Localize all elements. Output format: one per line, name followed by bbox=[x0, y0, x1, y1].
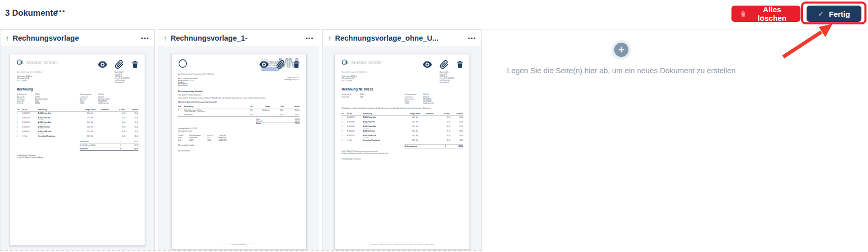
company-logo-text: Muster GmbH bbox=[26, 59, 58, 65]
page-thumbnail[interactable]: MM Rechnung Mustermann Malerei GmbH,Haup… bbox=[171, 54, 307, 249]
invoice-line: 2B-9035-092B-9035, Farbe RotKunststoff1,… bbox=[17, 116, 138, 120]
invoice-line: 6V-1 Stg.Versand und Verpackung1,00Stk.1… bbox=[17, 134, 138, 137]
invoice-line: 4B-9050-071A-9050, EdelstahlKunststoff1,… bbox=[17, 125, 138, 130]
payment-info: Leistungsdatum: 05.11.2012 Zahlungsziel:… bbox=[178, 128, 299, 132]
invoice-preview-content: Rechnung Mustermann Malerei GmbH,Hauptst… bbox=[172, 54, 306, 249]
preview-eye-icon[interactable] bbox=[97, 59, 108, 70]
documents-menu-icon[interactable]: ••• bbox=[56, 7, 66, 15]
invoice-line: 2Kleinmaterial19%10,00 €10,00 € bbox=[178, 113, 299, 116]
upload-arrow-icon: ↑ bbox=[163, 34, 167, 42]
invoice-line: 1B-9035-079B-9035, Farbe GrünKunststoff1… bbox=[342, 115, 463, 120]
sender-contact: Muster GmbHLange Str. 210245 BerlinFon: … bbox=[440, 71, 463, 83]
abs-line: Abs: Mustermann GmbH • Hauptstrasse 123 … bbox=[178, 73, 214, 75]
attachment-paperclip-icon[interactable] bbox=[115, 60, 124, 69]
invoice-heading: Rechnung Nr. 00123 bbox=[342, 87, 463, 91]
meta-field: E-Mail:mail@muster.de bbox=[405, 102, 463, 104]
card-body: MM Rechnung Mustermann Malerei GmbH,Haup… bbox=[158, 46, 319, 250]
page-title: 3 Dokumente bbox=[5, 8, 58, 18]
muster-logo-icon bbox=[17, 59, 24, 66]
page-actions bbox=[258, 59, 301, 70]
preview-eye-icon[interactable] bbox=[258, 59, 270, 70]
document-card-rechnungsvorlage-ohne-ust: ↑ Rechnungsvorlage_ohne_U... ••• Muster … bbox=[322, 29, 482, 250]
company-logo-text: Muster GmbH bbox=[351, 59, 383, 65]
documents-row: ↑ Rechnungsvorlage ••• Muster GmbH bbox=[0, 29, 482, 251]
invoice-preview-content: Muster GmbH Muster GmbH Lange Str. 2 | 1… bbox=[335, 54, 470, 249]
trash-icon bbox=[740, 10, 747, 18]
sender-contact: Muster GmbHLange Str. 210245 BerlinFon: … bbox=[115, 71, 138, 83]
invoice-line: 4B-9050-071A-9050, EdelstahlKunststoff1,… bbox=[342, 129, 463, 134]
page-thumbnail[interactable]: Muster GmbH Muster GmbH Lange Str. 2 | 1… bbox=[10, 54, 145, 246]
recipient-address: Muster GmbH Lange Str. 2 | 10245 Berlin … bbox=[17, 71, 42, 83]
vat-exempt-note: Nach § 19 Abs. 1 UStG wird keine Umsatzs… bbox=[342, 150, 463, 154]
page-actions bbox=[422, 59, 464, 70]
delete-page-trash-icon[interactable] bbox=[455, 60, 464, 69]
invoice-heading: Rechnung bbox=[17, 87, 138, 91]
card-titlebar: ↑ Rechnungsvorlage_1- ••• bbox=[158, 30, 319, 46]
payment-terms: Lieferbedingung: Postversand10 Tage 2% S… bbox=[17, 154, 138, 159]
preview-eye-icon[interactable] bbox=[422, 59, 433, 70]
meta-field: Kunden-Nr.:1058 bbox=[342, 96, 400, 98]
delete-page-trash-icon[interactable] bbox=[130, 60, 140, 69]
invoice-line: 3B-9050-092B-9050, Farbe BlauKunststoff … bbox=[17, 120, 138, 125]
invoice-totals: Rechnungsbetrag€262,00 bbox=[405, 144, 463, 148]
document-title: Rechnungsvorlage bbox=[13, 34, 79, 42]
invoice-line: 1Farbe blau - Innen 2,5 Liter1 Liter Far… bbox=[178, 108, 299, 113]
attachment-paperclip-icon[interactable] bbox=[276, 60, 285, 69]
toolbar: 3 Dokumente ••• Alles löschen ✓ Fertig bbox=[0, 0, 868, 29]
delete-page-trash-icon[interactable] bbox=[292, 60, 301, 69]
card-menu-icon[interactable]: ••• bbox=[464, 35, 476, 41]
invoice-subject: Rechnungsvorlage Standard bbox=[178, 90, 299, 92]
bank-details: Inhaber:Max MustermannBank:Meine BankBLZ… bbox=[178, 135, 299, 141]
meta-field: Bestell-Nr.:309482 bbox=[17, 102, 75, 104]
card-body: Muster GmbH Muster GmbH Lange Str. 2 | 1… bbox=[323, 46, 481, 250]
invoice-items-table: Pos.BezeichnungUSt.MengePreisGesamt 1Far… bbox=[178, 103, 299, 117]
invoice-line: 5A-8090-007A-9091, AntiB LackKunststoff1… bbox=[342, 134, 463, 138]
circle-logo-icon bbox=[178, 59, 187, 68]
card-menu-icon[interactable]: ••• bbox=[302, 35, 314, 41]
upload-arrow-icon: ↑ bbox=[328, 34, 331, 42]
new-document-dropzone[interactable]: + Legen Sie die Seite(n) hier ab, um ein… bbox=[482, 29, 868, 252]
page-thumbnail[interactable]: Muster GmbH Muster GmbH Lange Str. 2 | 1… bbox=[335, 54, 470, 249]
page-actions bbox=[97, 59, 140, 70]
invoice-line: 5A-8090-007A-9091, AntiB LackKunststoff1… bbox=[17, 130, 138, 134]
plus-icon: + bbox=[614, 43, 628, 57]
invoice-line: 6V-1 Stg.Versand und Verpackung1,00Stk.1… bbox=[342, 138, 463, 141]
card-titlebar: ↑ Rechnungsvorlage ••• bbox=[1, 30, 154, 46]
recipient-address: Herr Dr. Hubert BockmannHauptstrasse 125… bbox=[178, 77, 214, 86]
check-icon: ✓ bbox=[818, 10, 824, 18]
invoice-footer: Mustermann Malerei GmbH • Hauptstrasse 1… bbox=[178, 240, 299, 245]
payment-terms: Lieferbedingung: Postversand bbox=[342, 158, 463, 160]
card-titlebar: ↑ Rechnungsvorlage_ohne_U... ••• bbox=[323, 30, 481, 46]
invoice-preview-content: Muster GmbH Muster GmbH Lange Str. 2 | 1… bbox=[10, 54, 145, 245]
invoice-line: 1B-9035-079B-9035, Farbe GrünKunststoff1… bbox=[17, 111, 138, 116]
done-button[interactable]: ✓ Fertig bbox=[807, 6, 861, 22]
delete-all-label: Alles löschen bbox=[752, 5, 792, 22]
invoice-line: 2B-9035-092B-9035, Farbe RotKunststoff1,… bbox=[342, 120, 463, 124]
document-card-rechnungsvorlage-1: ↑ Rechnungsvorlage_1- ••• MM Rech bbox=[158, 29, 319, 250]
intro-paragraph: Wir bedanken uns für die gute Zusammenar… bbox=[342, 107, 463, 109]
invoice-line: 3B-9050-092B-9050, Farbe BlauKunststoff … bbox=[342, 124, 463, 129]
card-menu-icon[interactable]: ••• bbox=[137, 35, 149, 41]
muster-logo-icon bbox=[342, 59, 349, 66]
attachment-paperclip-icon[interactable] bbox=[440, 60, 449, 69]
add-document-button[interactable]: + bbox=[612, 40, 631, 59]
document-title: Rechnungsvorlage_1- bbox=[171, 34, 248, 42]
document-title: Rechnungsvorlage_ohne_U... bbox=[335, 34, 439, 42]
dropzone-hint: Legen Sie die Seite(n) hier ab, um ein n… bbox=[507, 66, 736, 75]
recipient-address: Muster GmbH Lange Str. 2 | 10245 Berlin … bbox=[342, 71, 367, 83]
invoice-items-table: Pos.Art.-Nr.BezeichnungMengeEinheitLiefe… bbox=[342, 112, 463, 141]
invoice-dates: Datum: 20.07.2012Rechnung: Re 20/2012 bbox=[284, 77, 299, 86]
invoice-totals: Summe Netto€262,00 19,00% USt. auf 262,0… bbox=[80, 140, 138, 151]
meta-field: E-Mail:mail@muster.de bbox=[80, 102, 138, 104]
done-label: Fertig bbox=[829, 10, 850, 18]
document-card-rechnungsvorlage: ↑ Rechnungsvorlage ••• Muster GmbH bbox=[0, 29, 155, 250]
invoice-items-table: Pos.Art.-Nr.BezeichnungMengeEinheitLiefe… bbox=[17, 108, 138, 137]
invoice-totals: Netto:654,89 19% USt.:124,42 Brutto:779,… bbox=[256, 118, 299, 124]
invoice-footer: Muster GmbH · Geschäftsf. Max Muster · I… bbox=[342, 242, 463, 246]
upload-arrow-icon: ↑ bbox=[6, 34, 9, 42]
delete-all-button[interactable]: Alles löschen bbox=[731, 6, 800, 22]
card-body: Muster GmbH Muster GmbH Lange Str. 2 | 1… bbox=[1, 46, 154, 250]
